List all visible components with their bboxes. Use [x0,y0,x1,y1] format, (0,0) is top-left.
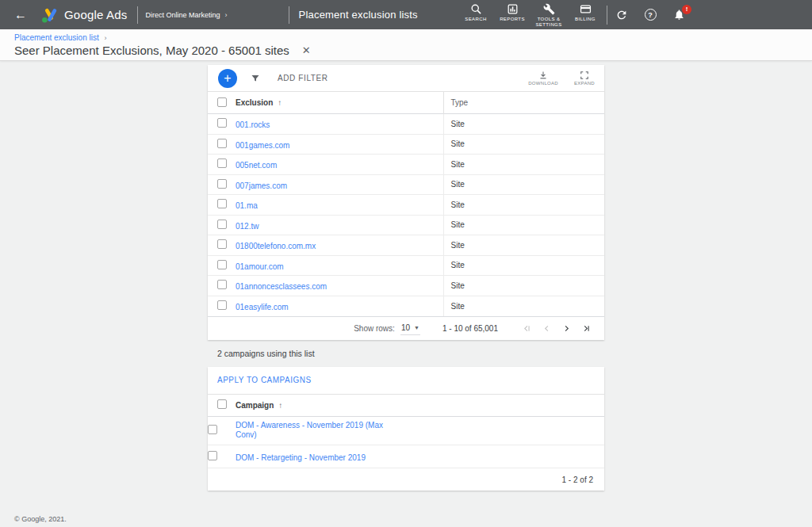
row-checkbox[interactable] [208,425,217,434]
exclusion-link[interactable]: 012.tw [236,222,259,231]
exclusion-type: Site [443,235,604,256]
exclusions-table: Exclusion↑ Type 001.rocksSite001games.co… [208,91,604,316]
notifications-button[interactable]: ! [671,7,687,23]
row-checkbox[interactable] [217,239,227,249]
exclusion-link[interactable]: 01annoncesclassees.com [236,282,327,291]
table-row: 001.rocksSite [208,114,604,135]
first-page-icon [523,324,531,333]
breadcrumb-link[interactable]: Placement exclusion list [14,33,99,42]
exclusion-link[interactable]: 01easylife.com [236,303,289,311]
nav-search[interactable]: SEARCH [459,2,492,23]
previous-page-button[interactable] [537,319,557,337]
column-header-type[interactable]: Type [443,92,604,114]
nav-tools-label: TOOLS & SETTINGS [532,17,565,29]
header-nav: SEARCH REPORTS TOOLS & SETTINGS BILLING [459,2,602,29]
breadcrumb-bar: Placement exclusion list › Seer Placemen… [0,29,812,61]
last-page-icon [582,324,591,333]
exclusion-cell: 001games.com [236,134,443,155]
campaigns-summary: 2 campaigns using this list [208,340,604,367]
row-checkbox[interactable] [208,451,217,460]
add-filter-button[interactable]: ADD FILTER [278,74,328,82]
row-checkbox[interactable] [217,280,227,289]
nav-reports[interactable]: REPORTS [496,2,529,23]
row-checkbox[interactable] [217,300,227,310]
table-row: 007james.comSite [208,174,604,195]
header-divider-2 [289,6,289,24]
download-button[interactable]: DOWNLOAD [528,71,558,86]
add-exclusion-button[interactable]: + [218,69,237,88]
exclusion-link[interactable]: 007james.com [236,181,287,190]
campaign-cell: DOM - Retargeting - November 2019 [236,445,604,468]
row-checkbox[interactable] [217,220,227,229]
refresh-icon [615,9,628,21]
apply-to-campaigns-button[interactable]: APPLY TO CAMPAIGNS [217,376,312,384]
back-arrow-icon[interactable]: ← [14,9,27,21]
exclusion-link[interactable]: 01.ma [236,201,258,210]
chevron-down-icon: ▼ [414,325,419,330]
expand-button[interactable]: EXPAND [574,71,595,86]
nav-billing[interactable]: BILLING [569,2,602,23]
exclusion-cell: 005net.com [236,155,443,175]
column-header-campaign[interactable]: Campaign↑ [236,394,604,416]
exclusion-type: Site [443,255,604,276]
app-header: ← Google Ads Direct Online Marketing › P… [0,0,812,29]
row-checkbox-cell [208,215,236,235]
campaigns-header-row: Campaign↑ [208,394,604,416]
row-checkbox[interactable] [217,139,227,148]
close-icon[interactable]: ✕ [302,44,311,56]
exclusion-type: Site [443,195,604,216]
rows-per-page-select[interactable]: 10 ▼ [400,322,420,335]
account-name: Direct Online Marketing [146,11,220,19]
filter-button[interactable] [251,74,260,83]
help-button[interactable]: ? [642,7,658,23]
row-checkbox[interactable] [217,260,227,269]
campaigns-card: APPLY TO CAMPAIGNS Campaign↑ DOM - Aware… [208,367,604,491]
column-header-exclusion[interactable]: Exclusion↑ [236,92,443,114]
next-page-button[interactable] [557,319,576,337]
notification-badge: ! [682,5,691,14]
download-icon [538,71,548,80]
exclusion-link[interactable]: 01800telefono.com.mx [236,242,316,250]
table-row: 012.twSite [208,215,604,235]
exclusion-link[interactable]: 001games.com [236,141,289,150]
row-checkbox-cell [208,114,236,135]
campaign-cell: DOM - Awareness - November 2019 (Max Con… [236,416,604,445]
download-label: DOWNLOAD [528,81,558,86]
select-all-campaigns-checkbox[interactable] [217,399,227,409]
row-checkbox[interactable] [217,179,227,189]
expand-icon [580,71,589,80]
exclusion-cell: 01800telefono.com.mx [236,235,443,256]
exclusion-cell: 012.tw [236,215,443,235]
wrench-icon [543,3,555,15]
rows-per-page-value: 10 [401,323,410,332]
chevron-right-icon: › [225,11,228,19]
exclusion-cell: 01amour.com [236,255,443,276]
table-row: 01.maSite [208,195,604,216]
sort-ascending-icon: ↑ [278,401,282,410]
expand-label: EXPAND [574,81,595,86]
last-page-button[interactable] [576,319,596,337]
campaign-link[interactable]: DOM - Awareness - November 2019 (Max Con… [236,421,385,441]
row-checkbox[interactable] [217,118,227,128]
campaigns-page-range: 1 - 2 of 2 [208,468,604,491]
filter-funnel-icon [251,74,260,83]
show-rows-label: Show rows: [354,324,395,333]
nav-tools-settings[interactable]: TOOLS & SETTINGS [532,2,565,29]
row-checkbox[interactable] [217,158,227,168]
select-all-checkbox[interactable] [217,97,227,107]
exclusion-link[interactable]: 005net.com [236,161,277,170]
row-checkbox-cell [208,276,236,296]
first-page-button[interactable] [517,319,537,337]
row-checkbox[interactable] [217,199,227,208]
nav-billing-label: BILLING [575,17,596,23]
row-checkbox-cell [208,416,236,445]
google-ads-logo[interactable]: Google Ads [40,6,128,25]
row-checkbox-cell [208,134,236,155]
exclusion-type: Site [443,155,604,175]
refresh-button[interactable] [614,7,630,23]
account-breadcrumb[interactable]: Direct Online Marketing › [138,11,279,19]
table-row: 005net.comSite [208,155,604,175]
campaign-link[interactable]: DOM - Retargeting - November 2019 [236,453,366,464]
exclusion-link[interactable]: 001.rocks [236,120,270,129]
exclusion-link[interactable]: 01amour.com [236,262,284,271]
